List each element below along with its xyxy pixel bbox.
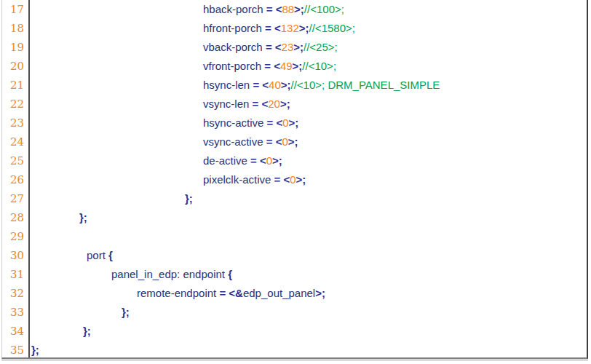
code-text: }; xyxy=(31,322,91,341)
token-com: //<1580>; xyxy=(309,22,355,34)
line-number: 35 xyxy=(2,341,30,359)
token-num: 40 xyxy=(269,79,281,91)
code-text: pixelclk-active = <0>; xyxy=(31,170,306,189)
token-sym: }; xyxy=(83,325,91,337)
code-line[interactable]: 24vsync-active = <0>; xyxy=(2,132,587,151)
code-line[interactable]: 27}; xyxy=(2,189,587,208)
code-content: hsync-active = <0>; xyxy=(30,114,587,132)
code-content: hback-porch = <88>;//<100>; xyxy=(30,0,587,19)
line-number: 18 xyxy=(2,19,30,38)
code-text: }; xyxy=(31,208,87,227)
token-com: //<25>; xyxy=(304,41,338,53)
token-num: 20 xyxy=(268,98,280,110)
line-number: 20 xyxy=(2,57,30,76)
code-text: de-active = <0>; xyxy=(31,151,282,170)
line-number: 32 xyxy=(2,284,30,303)
token-sym: >; xyxy=(294,3,304,15)
line-number: 25 xyxy=(2,151,30,170)
line-number: 33 xyxy=(2,303,30,322)
code-line[interactable]: 18hfront-porch = <132>;//<1580>; xyxy=(2,19,587,38)
token-num: 0 xyxy=(282,116,288,129)
token-sym: = < xyxy=(253,98,269,110)
code-line[interactable]: 32remote-endpoint = <&edp_out_panel>; xyxy=(2,284,587,303)
code-content: de-active = <0>; xyxy=(30,151,587,170)
code-content: vsync-len = <20>; xyxy=(30,95,587,114)
token-sym: }; xyxy=(31,344,39,356)
line-number: 26 xyxy=(2,170,30,189)
code-line[interactable]: 31panel_in_edp: endpoint { xyxy=(2,265,587,284)
token-com: //<100>; xyxy=(304,3,344,15)
token-sym: = < xyxy=(253,79,269,91)
code-line[interactable]: 25de-active = <0>; xyxy=(2,151,587,170)
token-sym: { xyxy=(108,249,113,261)
code-content: hsync-len = <40>;//<10>; DRM_PANEL_SIMPL… xyxy=(30,76,587,95)
editor-viewport: 17hback-porch = <88>;//<100>;18hfront-po… xyxy=(0,0,591,364)
code-line[interactable]: 34}; xyxy=(2,322,587,341)
code-content: }; xyxy=(30,208,587,227)
token-sym: >; xyxy=(272,154,282,167)
code-text: }; xyxy=(31,189,193,208)
token-plain: hsync-active xyxy=(203,116,267,129)
code-line[interactable]: 30port { xyxy=(2,246,587,265)
code-content: panel_in_edp: endpoint { xyxy=(30,265,587,284)
token-sym: = < xyxy=(267,116,283,129)
code-text: vfront-porch = <49>;//<10>; xyxy=(31,57,336,76)
token-num: 88 xyxy=(282,3,294,15)
code-line[interactable]: 33}; xyxy=(2,303,587,322)
code-content: vback-porch = <23>;//<25>; xyxy=(30,38,587,57)
token-sym: >; xyxy=(293,41,304,53)
code-content: pixelclk-active = <0>; xyxy=(30,170,587,189)
code-content: }; xyxy=(30,303,587,322)
code-text: }; xyxy=(31,341,39,359)
code-text: }; xyxy=(31,303,130,322)
code-line[interactable]: 20vfront-porch = <49>;//<10>; xyxy=(2,57,587,76)
code-content: vfront-porch = <49>;//<10>; xyxy=(30,57,587,76)
code-text: hsync-active = <0>; xyxy=(31,114,298,132)
code-line[interactable]: 17hback-porch = <88>;//<100>; xyxy=(2,0,587,19)
token-plain: vback-porch xyxy=(203,41,266,53)
token-sym: = < xyxy=(264,60,280,72)
token-num: 0 xyxy=(290,173,296,186)
line-number: 19 xyxy=(2,38,30,57)
token-sym: >; xyxy=(289,116,299,129)
token-sym: >; xyxy=(280,98,290,110)
token-num: 0 xyxy=(266,154,272,167)
line-number: 24 xyxy=(2,132,30,151)
code-content: }; xyxy=(30,341,587,359)
token-plain: edp_out_panel xyxy=(243,287,315,299)
code-line[interactable]: 23hsync-active = <0>; xyxy=(2,114,587,132)
code-lines-container: 17hback-porch = <88>;//<100>;18hfront-po… xyxy=(2,0,587,359)
token-sym: }; xyxy=(122,306,130,318)
code-content: hfront-porch = <132>;//<1580>; xyxy=(30,19,587,38)
code-line[interactable]: 21hsync-len = <40>;//<10>; DRM_PANEL_SIM… xyxy=(2,76,587,95)
line-number: 34 xyxy=(2,322,30,341)
code-line[interactable]: 28}; xyxy=(2,208,587,227)
code-content: port { xyxy=(30,246,587,265)
token-num: 0 xyxy=(282,135,287,148)
code-line[interactable]: 35}; xyxy=(2,341,587,359)
code-text: hback-porch = <88>;//<100>; xyxy=(31,0,344,19)
token-plain: hfront-porch xyxy=(203,22,265,34)
token-num: 49 xyxy=(280,60,293,72)
code-line[interactable]: 29 xyxy=(2,227,587,246)
code-line[interactable]: 19vback-porch = <23>;//<25>; xyxy=(2,38,587,57)
token-plain: hsync-len xyxy=(203,79,253,91)
token-plain: pixelclk-active xyxy=(203,173,274,186)
code-text: port { xyxy=(31,246,113,265)
token-plain: port xyxy=(87,249,108,261)
token-sym: { xyxy=(228,268,232,280)
token-plain: vfront-porch xyxy=(203,60,264,72)
code-editor: 17hback-porch = <88>;//<100>;18hfront-po… xyxy=(1,0,588,359)
token-sym: >; xyxy=(293,60,303,72)
line-number: 28 xyxy=(2,208,30,227)
token-num: 132 xyxy=(281,22,299,34)
code-line[interactable]: 22vsync-len = <20>; xyxy=(2,95,587,114)
line-number: 29 xyxy=(2,227,30,246)
code-line[interactable]: 26pixelclk-active = <0>; xyxy=(2,170,587,189)
token-plain: vsync-active xyxy=(203,135,266,148)
code-text: hfront-porch = <132>;//<1580>; xyxy=(31,19,355,38)
code-text: vback-porch = <23>;//<25>; xyxy=(31,38,338,57)
code-content: }; xyxy=(30,322,587,341)
token-com: //<10>; xyxy=(302,60,336,72)
code-content: vsync-active = <0>; xyxy=(30,132,587,151)
